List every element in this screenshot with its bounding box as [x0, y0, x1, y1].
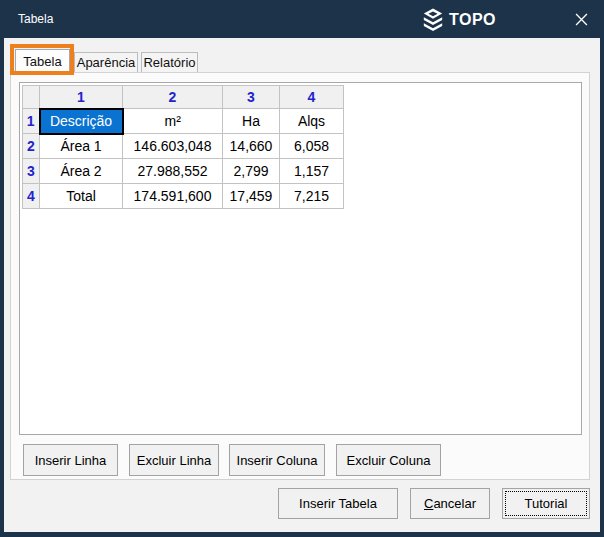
spreadsheet-grid: 1 2 3 4 1 Descrição m² Ha Alqs 2 Áre — [22, 85, 344, 209]
footer-button-row: Inserir Tabela Cancelar Tutorial — [4, 488, 590, 519]
tab-aparencia[interactable]: Aparência — [74, 52, 138, 72]
cancel-button[interactable]: Cancelar — [410, 488, 490, 519]
grid-corner-cell[interactable] — [23, 86, 40, 109]
delete-column-button[interactable]: Excluir Coluna — [336, 444, 441, 476]
grid-row-header[interactable]: 1 — [23, 109, 40, 134]
grid-col-header[interactable]: 4 — [280, 86, 344, 109]
insert-row-button[interactable]: Inserir Linha — [23, 444, 118, 476]
tab-relatorio[interactable]: Relatório — [141, 52, 198, 72]
titlebar: Tabela TOPO — [0, 0, 604, 38]
grid-cell[interactable]: 174.591,600 — [123, 184, 223, 209]
grid-col-header[interactable]: 2 — [123, 86, 223, 109]
grid-cell[interactable]: 1,157 — [280, 159, 344, 184]
window-title: Tabela — [18, 12, 53, 26]
grid-cell[interactable]: 27.988,552 — [123, 159, 223, 184]
delete-row-button[interactable]: Excluir Linha — [129, 444, 219, 476]
grid-col-header[interactable]: 3 — [223, 86, 280, 109]
grid-cell[interactable]: Alqs — [280, 109, 344, 134]
grid-cell[interactable]: m² — [123, 109, 223, 134]
grid-cell-selected[interactable]: Descrição — [40, 109, 123, 134]
tab-page-tabela: 1 2 3 4 1 Descrição m² Ha Alqs 2 Áre — [10, 72, 590, 480]
grid-cell[interactable]: Total — [40, 184, 123, 209]
grid-cell[interactable]: Área 1 — [40, 134, 123, 159]
grid-cell[interactable]: 6,058 — [280, 134, 344, 159]
grid-col-header[interactable]: 1 — [40, 86, 123, 109]
grid-row-header[interactable]: 3 — [23, 159, 40, 184]
tab-tabela[interactable]: Tabela — [15, 49, 70, 73]
insert-column-button[interactable]: Inserir Coluna — [229, 444, 325, 476]
grid-row-header[interactable]: 4 — [23, 184, 40, 209]
dialog-body: Tabela Aparência Relatório 1 2 3 4 — [4, 38, 600, 532]
topo-logo-icon — [422, 8, 444, 32]
grid-cell[interactable]: Ha — [223, 109, 280, 134]
close-icon[interactable] — [570, 8, 592, 30]
grid-cell[interactable]: 7,215 — [280, 184, 344, 209]
grid-cell[interactable]: 17,459 — [223, 184, 280, 209]
grid-cell[interactable]: 14,660 — [223, 134, 280, 159]
topo-brand: TOPO — [422, 7, 496, 32]
spreadsheet-grid-container: 1 2 3 4 1 Descrição m² Ha Alqs 2 Áre — [19, 82, 582, 435]
grid-row-header[interactable]: 2 — [23, 134, 40, 159]
tutorial-button[interactable]: Tutorial — [502, 488, 590, 519]
grid-cell[interactable]: 2,799 — [223, 159, 280, 184]
insert-table-button[interactable]: Inserir Tabela — [278, 488, 398, 519]
topo-brand-text: TOPO — [449, 11, 496, 29]
grid-cell[interactable]: Área 2 — [40, 159, 123, 184]
tabela-dialog-window: Tabela TOPO Tabela Aparência Relatório — [0, 0, 604, 537]
grid-cell[interactable]: 146.603,048 — [123, 134, 223, 159]
